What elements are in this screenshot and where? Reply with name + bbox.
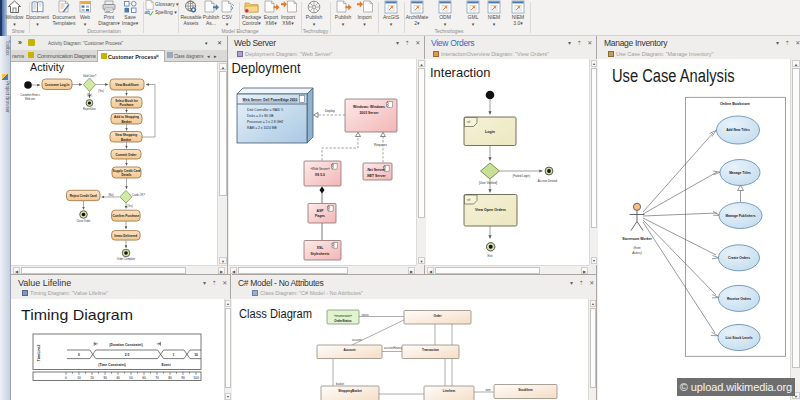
svg-text:Account: Account bbox=[344, 348, 356, 352]
svg-text:CSV: CSV bbox=[222, 14, 233, 20]
svg-text:Disks = 4 x 80 GB: Disks = 4 x 80 GB bbox=[247, 114, 274, 118]
svg-text:Basket: Basket bbox=[121, 138, 131, 142]
svg-text:▾: ▾ bbox=[84, 21, 87, 27]
svg-text:Activity: Activity bbox=[30, 62, 64, 73]
svg-text:Customer Log-In: Customer Log-In bbox=[45, 83, 70, 87]
svg-text:(Yes): (Yes) bbox=[98, 89, 104, 93]
svg-text:Online Bookstore: Online Bookstore bbox=[720, 102, 750, 106]
svg-text:Control▾: Control▾ bbox=[242, 20, 261, 26]
svg-text:0: 0 bbox=[78, 353, 80, 357]
svg-text:Glossary ▾: Glossary ▾ bbox=[155, 1, 179, 7]
svg-text:OrderStatus: OrderStatus bbox=[334, 319, 352, 323]
svg-text:Interaction: Interaction bbox=[430, 65, 491, 80]
svg-text:(No): (No) bbox=[108, 193, 113, 197]
svg-text:Order: Order bbox=[433, 314, 442, 318]
svg-text:(No): (No) bbox=[87, 93, 92, 97]
svg-text:▾: ▾ bbox=[342, 21, 345, 27]
svg-text:10: 10 bbox=[77, 376, 81, 380]
svg-text:ref: ref bbox=[467, 198, 470, 202]
svg-text:.NET Server: .NET Server bbox=[366, 174, 386, 178]
svg-text:100: 100 bbox=[193, 376, 199, 380]
svg-text:▾: ▾ bbox=[472, 21, 475, 27]
svg-text:Diagram▾: Diagram▾ bbox=[98, 20, 120, 26]
svg-text:Cards OK?: Cards OK? bbox=[132, 193, 145, 197]
svg-text:Image▾: Image▾ bbox=[122, 20, 139, 26]
svg-text:30: 30 bbox=[103, 376, 107, 380]
svg-text:Customer Enters: Customer Enters bbox=[20, 93, 40, 97]
svg-text:Add to Shopping: Add to Shopping bbox=[114, 115, 139, 119]
svg-text:StockItem: StockItem bbox=[518, 388, 533, 392]
svg-text:Web: Web bbox=[80, 14, 90, 20]
svg-text:NIEM: NIEM bbox=[488, 14, 501, 20]
svg-text:Close Order: Close Order bbox=[77, 219, 91, 223]
svg-text:Manage Titles: Manage Titles bbox=[729, 171, 751, 175]
svg-text:Create Orders: Create Orders bbox=[728, 256, 750, 260]
svg-text:Web Server: Dell PowerEdge 265: Web Server: Dell PowerEdge 2650 bbox=[243, 98, 298, 102]
svg-text:status: status bbox=[362, 313, 370, 317]
svg-text:As...: As... bbox=[206, 20, 216, 26]
svg-text:.Net Server:: .Net Server: bbox=[366, 168, 385, 172]
svg-text:«Web Server»: «Web Server» bbox=[310, 167, 329, 171]
svg-text:Reject Credit Card: Reject Credit Card bbox=[70, 194, 97, 198]
svg-text:40: 40 bbox=[116, 376, 120, 380]
svg-text:2.5: 2.5 bbox=[125, 353, 130, 357]
svg-text:ODM: ODM bbox=[439, 14, 451, 20]
svg-text:2003 Server: 2003 Server bbox=[359, 111, 379, 115]
svg-text:List Stock Levels: List Stock Levels bbox=[726, 336, 753, 340]
svg-text:Event: Event bbox=[162, 363, 172, 367]
svg-text:Storeroom Worker: Storeroom Worker bbox=[622, 237, 652, 241]
svg-text:IIS 5.0: IIS 5.0 bbox=[315, 173, 325, 177]
svg-text:0: 0 bbox=[65, 376, 67, 380]
svg-text:50: 50 bbox=[129, 376, 133, 380]
svg-text:70: 70 bbox=[155, 376, 159, 380]
svg-text:Import: Import bbox=[357, 14, 372, 20]
svg-text:2▾: 2▾ bbox=[414, 20, 420, 26]
svg-text:Deploy: Deploy bbox=[325, 109, 335, 113]
svg-text:90: 90 bbox=[181, 376, 185, 380]
svg-text:{Time Constraint}: {Time Constraint} bbox=[98, 363, 126, 367]
svg-text:▾: ▾ bbox=[226, 21, 229, 27]
svg-text:▾: ▾ bbox=[493, 21, 496, 27]
svg-text:Window: Window bbox=[6, 14, 24, 20]
svg-text:accountHistory: accountHistory bbox=[384, 346, 402, 350]
svg-text:Disk Controller = RAID 5: Disk Controller = RAID 5 bbox=[247, 108, 283, 112]
svg-text:Valid User?: Valid User? bbox=[83, 74, 97, 78]
svg-text:Stylesheets: Stylesheets bbox=[311, 252, 330, 256]
svg-text:Commit Order: Commit Order bbox=[116, 153, 138, 157]
svg-text:GML: GML bbox=[468, 14, 479, 20]
svg-text:Access Denied: Access Denied bbox=[538, 179, 558, 183]
svg-text:Spelling ▾: Spelling ▾ bbox=[155, 9, 177, 15]
svg-text:(from: (from bbox=[634, 246, 642, 250]
svg-text:Timing Diagram: Timing Diagram bbox=[21, 306, 133, 323]
svg-text:Templates: Templates bbox=[53, 20, 76, 26]
svg-text:20: 20 bbox=[90, 376, 94, 380]
svg-text:Items Delivered: Items Delivered bbox=[114, 234, 137, 238]
svg-text:Publish: Publish bbox=[306, 14, 323, 20]
svg-text:XMI▾: XMI▾ bbox=[282, 20, 294, 26]
svg-text:Transaction: Transaction bbox=[422, 348, 439, 352]
svg-text:TimeLine2: TimeLine2 bbox=[37, 345, 41, 362]
svg-text:Confirm Purchase: Confirm Purchase bbox=[112, 214, 139, 218]
svg-text:[User Verified]: [User Verified] bbox=[479, 181, 497, 185]
svg-text:3.0▾: 3.0▾ bbox=[513, 20, 523, 26]
svg-text:Supply Credit Card: Supply Credit Card bbox=[112, 169, 140, 173]
svg-text:▾: ▾ bbox=[363, 21, 366, 27]
svg-text:Manage Publishers: Manage Publishers bbox=[725, 214, 755, 218]
svg-text:Class Diagram: Class Diagram bbox=[239, 307, 312, 321]
svg-text:RejectUser: RejectUser bbox=[83, 107, 96, 111]
svg-text:Add New Titles: Add New Titles bbox=[726, 128, 750, 132]
svg-text:ShoppingBasket: ShoppingBasket bbox=[338, 389, 362, 393]
svg-text:(Yes): (Yes) bbox=[127, 204, 133, 208]
svg-text:Assets: Assets bbox=[183, 20, 199, 26]
svg-text:Web site: Web site bbox=[25, 97, 36, 101]
svg-text:▾: ▾ bbox=[390, 21, 393, 27]
svg-text:{Duration Constraint}: {Duration Constraint} bbox=[109, 343, 143, 347]
svg-text:▾: ▾ bbox=[13, 21, 16, 27]
svg-text:View BookStore: View BookStore bbox=[115, 83, 139, 87]
svg-text:1: 1 bbox=[173, 353, 175, 357]
svg-text:LineItem: LineItem bbox=[443, 389, 456, 393]
svg-text:Login: Login bbox=[485, 130, 495, 134]
svg-text:account: account bbox=[352, 338, 362, 342]
svg-text:ArcGIS: ArcGIS bbox=[383, 14, 400, 20]
svg-text:Requires: Requires bbox=[374, 143, 387, 147]
